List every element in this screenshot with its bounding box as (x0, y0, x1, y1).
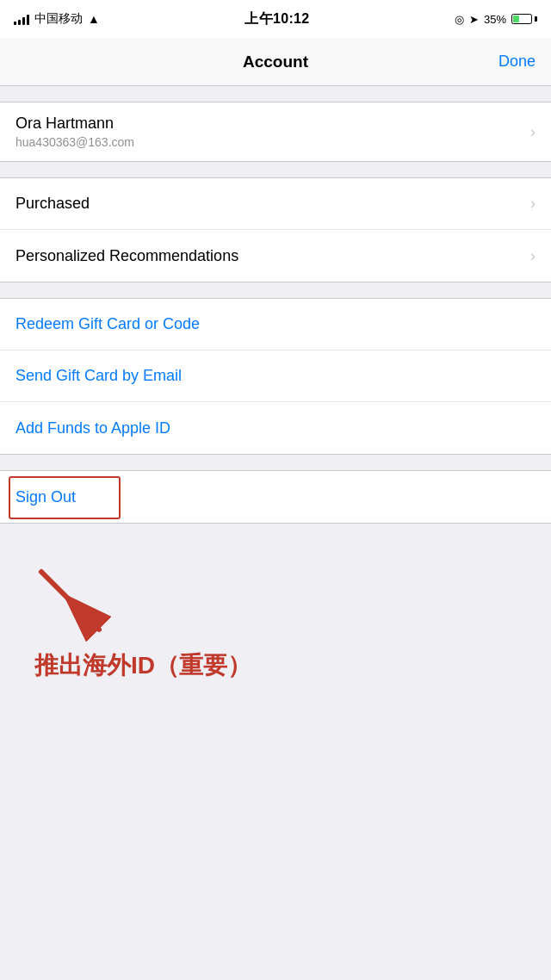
section-gap-1 (0, 86, 551, 102)
account-email: hua430363@163.com (15, 135, 134, 149)
section-gap-4 (0, 455, 551, 470)
section-gap-2 (0, 162, 551, 177)
personalized-row[interactable]: Personalized Recommendations › (0, 230, 551, 282)
account-info: Ora Hartmann hua430363@163.com (15, 115, 134, 149)
annotation-arrow (26, 556, 112, 642)
chevron-icon: › (530, 123, 536, 141)
wifi-icon: ▲ (88, 12, 100, 26)
navigation-bar: Account Done (0, 38, 551, 86)
chevron-icon: › (530, 247, 536, 265)
section-gap-3 (0, 282, 551, 298)
battery-icon (511, 14, 537, 24)
personalized-label: Personalized Recommendations (15, 247, 238, 265)
add-funds-label: Add Funds to Apple ID (15, 419, 170, 437)
sign-out-section: Sign Out (0, 470, 551, 524)
account-row[interactable]: Ora Hartmann hua430363@163.com › (0, 102, 551, 161)
add-funds-row[interactable]: Add Funds to Apple ID (0, 402, 551, 454)
carrier-label: 中国移动 (34, 11, 83, 27)
battery-percent: 35% (484, 13, 506, 26)
status-right: ◎ ➤ 35% (455, 13, 537, 26)
actions-section: Redeem Gift Card or Code Send Gift Card … (0, 298, 551, 455)
gps-icon: ➤ (469, 13, 479, 26)
account-name: Ora Hartmann (15, 115, 134, 133)
redeem-row[interactable]: Redeem Gift Card or Code (0, 299, 551, 350)
purchased-label: Purchased (15, 195, 90, 213)
send-gift-row[interactable]: Send Gift Card by Email (0, 350, 551, 402)
annotation-area: 推出海外ID（重要） (0, 539, 551, 711)
signal-icon (14, 13, 29, 25)
status-left: 中国移动 ▲ (14, 11, 100, 27)
purchased-row[interactable]: Purchased › (0, 178, 551, 230)
annotation-text: 推出海外ID（重要） (34, 649, 251, 682)
account-section: Ora Hartmann hua430363@163.com › (0, 102, 551, 162)
menu-section: Purchased › Personalized Recommendations… (0, 177, 551, 282)
location-icon: ◎ (455, 13, 464, 26)
done-button[interactable]: Done (498, 53, 536, 71)
status-time: 上午10:12 (245, 10, 309, 28)
section-gap-5 (0, 524, 551, 539)
status-bar: 中国移动 ▲ 上午10:12 ◎ ➤ 35% (0, 0, 551, 38)
sign-out-row[interactable]: Sign Out (0, 471, 551, 523)
redeem-label: Redeem Gift Card or Code (15, 315, 200, 333)
svg-line-1 (41, 572, 99, 630)
send-gift-label: Send Gift Card by Email (15, 367, 182, 385)
page-title: Account (243, 53, 308, 71)
sign-out-label: Sign Out (15, 488, 76, 506)
chevron-icon: › (530, 195, 536, 213)
